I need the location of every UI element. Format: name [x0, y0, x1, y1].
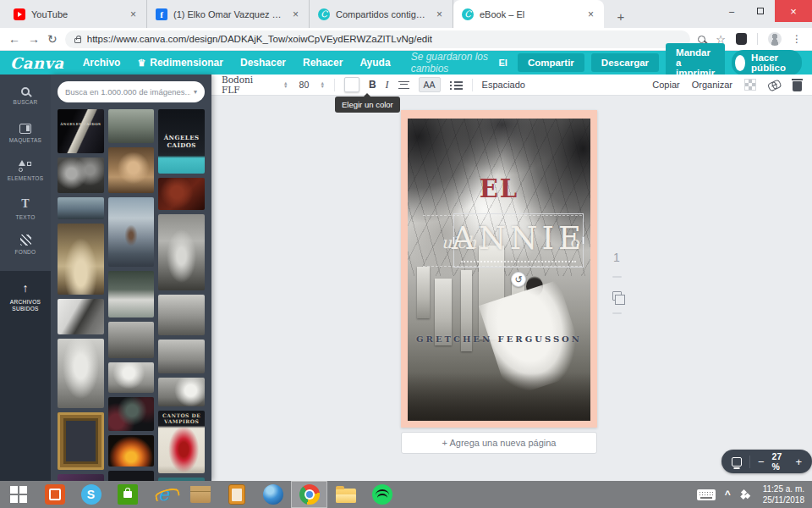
- restore-button[interactable]: [746, 0, 775, 22]
- thumb-dark-red-painting[interactable]: [158, 178, 205, 210]
- thumb-gray-cemetery[interactable]: [158, 214, 205, 290]
- tab-canva-shared[interactable]: Compartidos contigo – Canva ×: [310, 0, 453, 28]
- text-selection-box[interactable]: ANNIE: [453, 213, 584, 268]
- menu-ayuda[interactable]: Ayuda: [359, 57, 390, 69]
- minimize-button[interactable]: –: [717, 0, 746, 22]
- thumb-white-cross-graves[interactable]: [108, 271, 155, 318]
- start-button[interactable]: [0, 481, 36, 508]
- tab-youtube[interactable]: YouTube ×: [5, 0, 147, 28]
- taskbar-internet-explorer[interactable]: [145, 481, 182, 508]
- add-page-button[interactable]: + Agrega una nueva página: [401, 432, 597, 454]
- cover-photo[interactable]: EL uich o ANNIE ↺ GRETCHEN FERGUSSON: [408, 119, 590, 421]
- taskbar-spotify[interactable]: [364, 481, 400, 508]
- duplicate-page-icon[interactable]: [612, 291, 622, 301]
- uppercase-button[interactable]: AA: [419, 77, 441, 92]
- taskbar-clock[interactable]: 11:25 a. m. 25/11/2018: [763, 483, 804, 505]
- sidebar-item-fondo[interactable]: FONDO: [0, 227, 51, 264]
- tray-expand-icon[interactable]: ^: [725, 489, 731, 500]
- new-tab-button[interactable]: +: [609, 4, 633, 28]
- back-icon[interactable]: ←: [8, 32, 20, 46]
- trash-icon[interactable]: [793, 81, 802, 91]
- taskbar-store[interactable]: [109, 481, 145, 508]
- menu-rehacer[interactable]: Rehacer: [303, 57, 343, 69]
- bold-button[interactable]: B: [369, 79, 376, 91]
- resize-handle-right[interactable]: [582, 236, 584, 245]
- link-icon[interactable]: [767, 79, 782, 91]
- cover-title-accent[interactable]: EL: [408, 174, 590, 203]
- spacing-button[interactable]: Espaciado: [482, 80, 525, 90]
- download-button[interactable]: Descargar: [591, 53, 659, 72]
- thumb-dark-cut[interactable]: [108, 471, 155, 481]
- thumb-bw-sculpture-lady[interactable]: [108, 362, 155, 393]
- thumb-nymphs-painting[interactable]: [108, 147, 155, 193]
- taskbar-skype[interactable]: [73, 481, 109, 508]
- publish-button[interactable]: Hacer público: [732, 50, 802, 75]
- thumb-cantos-vampiros-cover[interactable]: CANTOS DE VAMPIROS: [158, 411, 205, 473]
- dropbox-icon[interactable]: [740, 489, 754, 500]
- thumb-bw-cemetery-path[interactable]: [158, 295, 205, 335]
- taskbar-notes[interactable]: [218, 481, 255, 508]
- sidebar-item-buscar[interactable]: BUSCAR: [0, 78, 51, 115]
- forward-icon[interactable]: →: [28, 32, 40, 46]
- image-search-input[interactable]: [65, 87, 190, 97]
- thumb-bw-girls-fountain[interactable]: [58, 339, 104, 408]
- font-size-stepper[interactable]: ▲▼: [320, 81, 324, 88]
- font-family-select[interactable]: Bodoni FLF: [222, 75, 274, 95]
- thumb-angeles-caidos-3d-book[interactable]: ÁNGELES CAÍDOS: [58, 109, 104, 153]
- image-search-box[interactable]: ▾: [58, 81, 205, 102]
- zoom-in-button[interactable]: +: [795, 456, 802, 467]
- menu-redimensionar[interactable]: ♛ Redimensionar: [137, 57, 223, 69]
- share-button[interactable]: Compartir: [518, 53, 584, 72]
- close-button[interactable]: ×: [775, 0, 812, 22]
- copy-button[interactable]: Copiar: [652, 80, 679, 90]
- delete-page-icon[interactable]: [612, 312, 622, 314]
- sidebar-item-maquetas[interactable]: MAQUETAS: [0, 115, 51, 152]
- canva-logo[interactable]: Canva: [10, 54, 64, 72]
- design-page[interactable]: EL uich o ANNIE ↺ GRETCHEN FERGUSSON: [401, 110, 597, 428]
- thumb-bw-figure-tiled-floor[interactable]: [58, 299, 104, 334]
- thumb-sepia-cemetery[interactable]: [58, 224, 104, 295]
- list-icon[interactable]: [450, 80, 463, 90]
- font-size-value[interactable]: 80: [297, 80, 310, 90]
- thumb-bonfire-photo[interactable]: [108, 435, 155, 467]
- reload-icon[interactable]: ↻: [47, 32, 58, 46]
- tab-close-icon[interactable]: ×: [435, 8, 444, 20]
- tab-ebook-active[interactable]: eBook – El ×: [453, 0, 604, 28]
- sidebar-item-texto[interactable]: TEXTO: [0, 190, 51, 227]
- thumb-bw-procession[interactable]: [108, 322, 155, 358]
- menu-archivo[interactable]: Archivo: [83, 57, 121, 69]
- sidebar-item-archivos-subidos[interactable]: ARCHIVOS SUBIDOS: [0, 278, 51, 315]
- sidebar-item-elementos[interactable]: ELEMENTOS: [0, 152, 51, 190]
- transparency-icon[interactable]: [744, 79, 756, 91]
- italic-button[interactable]: I: [386, 79, 389, 91]
- rotate-handle[interactable]: ↺: [511, 272, 526, 287]
- taskbar-chrome-active[interactable]: [291, 481, 327, 508]
- thumb-surreal-figure-painting[interactable]: [108, 197, 155, 267]
- thumb-gas-mask-photo[interactable]: [108, 397, 155, 431]
- taskbar-archive[interactable]: [182, 481, 218, 508]
- tab-close-icon[interactable]: ×: [129, 8, 138, 20]
- presentation-icon[interactable]: [732, 457, 742, 467]
- keyboard-icon[interactable]: [697, 489, 716, 500]
- taskbar-file-explorer[interactable]: [327, 481, 364, 508]
- tab-close-icon[interactable]: ×: [291, 8, 300, 20]
- thumb-purple-dark-photo[interactable]: [58, 474, 104, 481]
- taskbar-media-player[interactable]: [255, 481, 291, 508]
- cover-author-text[interactable]: GRETCHEN FERGUSSON: [408, 334, 590, 344]
- resize-handle-left[interactable]: [453, 236, 455, 245]
- thumb-storm-sea-painting[interactable]: [58, 197, 104, 219]
- thumb-gilded-frame[interactable]: [58, 412, 104, 470]
- zoom-out-button[interactable]: −: [758, 456, 765, 467]
- thumb-bw-cemetery-photo[interactable]: [58, 157, 104, 193]
- text-align-icon[interactable]: [398, 81, 409, 89]
- thumb-grave-slab[interactable]: [108, 109, 155, 143]
- menu-deshacer[interactable]: Deshacer: [240, 57, 286, 69]
- tab-close-icon[interactable]: ×: [586, 8, 595, 20]
- thumb-angeles-caidos-cover[interactable]: ÁNGELES CAÍDOS: [158, 109, 205, 174]
- text-color-swatch[interactable]: [344, 77, 359, 92]
- move-page-icon[interactable]: [612, 276, 622, 278]
- zoom-page-icon[interactable]: [698, 36, 705, 43]
- thumb-bw-bride[interactable]: [158, 378, 205, 406]
- document-title[interactable]: El: [498, 58, 507, 68]
- tab-facebook[interactable]: (1) Elko Omar Vazquez Erosa ×: [147, 0, 310, 28]
